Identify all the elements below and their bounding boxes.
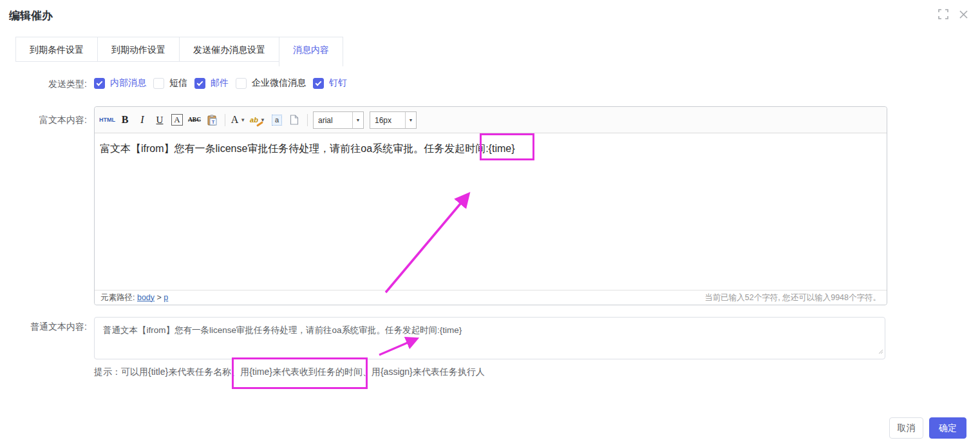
- tab-bar: 到期条件设置 到期动作设置 发送催办消息设置 消息内容: [15, 37, 343, 66]
- boxed-a-icon[interactable]: A: [169, 111, 185, 128]
- checkbox-label-email[interactable]: 邮件: [211, 77, 229, 89]
- new-page-icon[interactable]: [287, 111, 302, 128]
- font-family-select[interactable]: arial ▼: [313, 111, 364, 129]
- window-controls: [938, 9, 968, 19]
- checkbox-wecom[interactable]: [236, 78, 247, 89]
- editor-status-bar: 元素路径: body > p 当前已输入52个字符, 您还可以输入9948个字符…: [95, 290, 887, 305]
- checkbox-label-internal-message[interactable]: 内部消息: [110, 77, 146, 89]
- dialog-title: 编辑催办: [9, 8, 53, 23]
- char-count: 当前已输入52个字符, 您还可以输入9948个字符。: [704, 292, 881, 303]
- bold-icon[interactable]: B: [117, 111, 133, 128]
- strikethrough-icon[interactable]: ABC: [187, 111, 202, 128]
- font-size-select[interactable]: 16px ▼: [370, 111, 417, 129]
- element-path: 元素路径: body > p: [100, 292, 168, 303]
- placeholder-hint: 提示：可以用{title}来代表任务名称、用{time}来代表收到任务的时间、用…: [94, 366, 485, 378]
- checkbox-group-dingtalk: 钉钉: [313, 77, 347, 89]
- plain-text-label: 普通文本内容:: [0, 321, 87, 333]
- checkbox-label-wecom[interactable]: 企业微信消息: [252, 77, 306, 89]
- tab-message-content[interactable]: 消息内容: [279, 37, 343, 66]
- italic-icon[interactable]: I: [135, 111, 150, 128]
- confirm-button[interactable]: 确定: [929, 417, 966, 439]
- close-icon[interactable]: [959, 10, 968, 19]
- edit-reminder-dialog: 编辑催办 到期条件设置 到期动作设置 发送催办消息设置 消息内容 发送类型: 内…: [0, 0, 980, 447]
- checkbox-label-dingtalk[interactable]: 钉钉: [329, 77, 347, 89]
- highlight-color-icon[interactable]: ab ▼: [248, 111, 267, 128]
- checkbox-group-internal-message: 内部消息: [94, 77, 146, 89]
- toolbar-separator: [225, 114, 225, 126]
- path-link-body[interactable]: body: [137, 293, 155, 302]
- toolbar-separator: [307, 114, 308, 126]
- html-source-icon[interactable]: HTML: [99, 111, 115, 128]
- chevron-down-icon: ▼: [405, 112, 416, 128]
- plain-text-input[interactable]: 普通文本【ifrom】您有一条license审批任务待处理，请前往oa系统审批。…: [94, 317, 885, 359]
- checkbox-internal-message[interactable]: [94, 78, 105, 89]
- rich-text-label: 富文本内容:: [0, 115, 87, 126]
- svg-text:T: T: [211, 119, 214, 124]
- rich-text-content[interactable]: 富文本【ifrom】您有一条license审批任务待处理，请前往oa系统审批。任…: [95, 134, 887, 289]
- cancel-button[interactable]: 取消: [889, 417, 923, 439]
- chevron-down-icon: ▼: [352, 112, 363, 128]
- paste-icon[interactable]: T: [204, 111, 220, 128]
- inline-code-icon[interactable]: a: [269, 111, 285, 128]
- chevron-down-icon: ▼: [240, 117, 245, 123]
- checkbox-group-sms: 短信: [153, 77, 187, 89]
- resize-grip-icon[interactable]: [877, 345, 883, 357]
- checkbox-group-wecom: 企业微信消息: [236, 77, 306, 89]
- send-type-label: 发送类型:: [0, 79, 87, 90]
- fullscreen-icon[interactable]: [938, 9, 948, 19]
- font-color-icon[interactable]: A ▼: [231, 111, 246, 128]
- checkbox-dingtalk[interactable]: [313, 78, 324, 89]
- tab-expiry-action[interactable]: 到期动作设置: [97, 37, 179, 62]
- editor-toolbar: HTML B I U A ABC T A ▼ ab: [95, 107, 887, 133]
- tab-expiry-condition[interactable]: 到期条件设置: [15, 37, 97, 62]
- rich-text-editor: HTML B I U A ABC T A ▼ ab: [94, 106, 887, 305]
- checkbox-group-email: 邮件: [194, 77, 229, 89]
- checkbox-sms[interactable]: [153, 78, 164, 89]
- path-link-p[interactable]: p: [164, 293, 168, 302]
- tab-send-reminder-settings[interactable]: 发送催办消息设置: [179, 37, 279, 62]
- checkbox-email[interactable]: [194, 78, 205, 89]
- checkbox-label-sms[interactable]: 短信: [169, 77, 187, 89]
- send-type-options: 内部消息 短信 邮件 企业微信消息 钉钉: [94, 77, 347, 89]
- underline-icon[interactable]: U: [152, 111, 167, 128]
